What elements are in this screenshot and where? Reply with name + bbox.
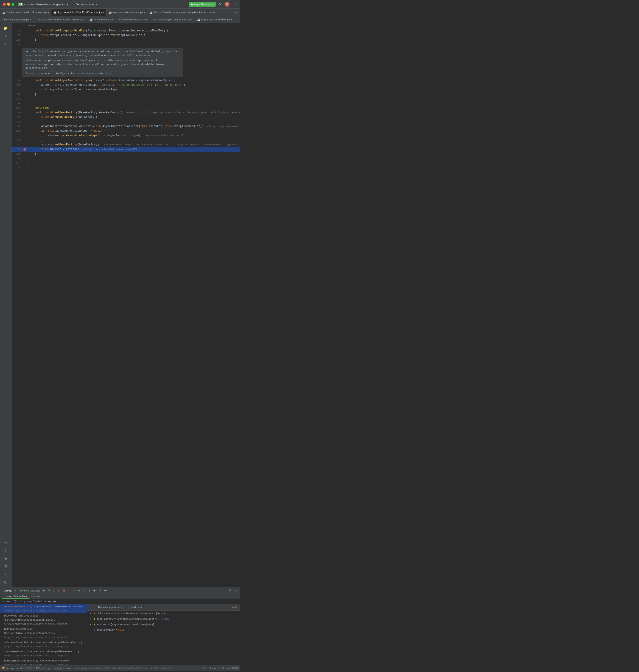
project-selector[interactable]: SA source-code-reading-spring-async ▾ bbox=[18, 3, 68, 6]
run-config-tab[interactable]: ▶ AsyncTest.start bbox=[19, 589, 41, 592]
sidebar-settings-icon[interactable]: ⚙ bbox=[2, 540, 9, 546]
subtab-abstract-advising[interactable]: A AbstractAdvisingBeanPostProcessor.java bbox=[33, 16, 87, 23]
tab-async-annotation[interactable]: ☕ AsyncAnnotationBeanPostProcessor.java bbox=[51, 9, 106, 16]
btn-settings-right[interactable]: ⚙ bbox=[228, 588, 233, 593]
line-content-141: this.asyncAnnotationType = asyncAnnotati… bbox=[27, 87, 240, 92]
debug-tab-label[interactable]: Debug bbox=[2, 589, 13, 593]
sidebar-info-icon[interactable]: ℹ bbox=[2, 571, 9, 577]
var-item-advisor[interactable]: ▶ ⊞ advisor = {AsyncAnnotationAdvisor@44… bbox=[87, 622, 240, 627]
var-item-beanfactory[interactable]: ▶ ⊞ beanFactory = {DefaultListableBeanFa… bbox=[87, 616, 240, 622]
tab-async-annotation-label: AsyncAnnotationBeanPostProcessor.java bbox=[57, 11, 104, 14]
sidebar-tool-icon[interactable]: T bbox=[2, 547, 9, 554]
subtab-async-service[interactable]: ☕ AsyncService.java bbox=[87, 16, 117, 23]
sidebar-debug-icon[interactable]: ⏺ bbox=[2, 555, 9, 562]
btn-frames-down[interactable]: ⬇ bbox=[82, 588, 86, 593]
subtab-bean-factory-aware[interactable]: ℹ BeanFactoryAware.java bbox=[0, 16, 33, 23]
breakpoint-154 bbox=[24, 148, 26, 151]
tab-threads-vars[interactable]: Threads & Variables bbox=[2, 594, 29, 599]
var-item-this-advisor[interactable]: ▶ ○ this.advisor = null bbox=[87, 627, 240, 633]
line-content-126: public void setExceptionHandler(AsyncUnc… bbox=[27, 29, 240, 33]
var-eq-advisor: = bbox=[108, 622, 110, 627]
sidebar-files-icon[interactable]: 📁 bbox=[2, 25, 9, 32]
stack-frame-1[interactable]: invokeAwareMethods:1818, AbstractAutowir… bbox=[0, 613, 87, 627]
btn-restore[interactable]: ⤢ bbox=[233, 588, 238, 593]
var-val-this-advisor: null bbox=[118, 628, 124, 632]
status-org: org bbox=[47, 667, 50, 670]
frame-method-2: initializeBean:1783, AbstractAutowireCap… bbox=[4, 628, 55, 635]
check-icon: ✓ bbox=[3, 600, 4, 603]
btn-run-cursor[interactable]: → bbox=[72, 588, 76, 593]
btn-force-step-into[interactable]: ⇓ bbox=[56, 588, 61, 593]
line-gutter-140 bbox=[22, 83, 27, 87]
fullscreen-button[interactable] bbox=[12, 3, 14, 6]
frame-pkg-1: (org.springframework.beans.factory.suppo… bbox=[4, 623, 69, 625]
code-line-141: 141 this.asyncAnnotationType = asyncAnno… bbox=[12, 87, 240, 92]
line-content-146: public void setBeanFactory(BeanFactory b… bbox=[27, 110, 240, 115]
version-control-selector[interactable]: Version control ▾ bbox=[76, 3, 97, 6]
debug-body: setBeanFactory:154, AsyncAnnotationBeanP… bbox=[0, 604, 240, 665]
subtab-aop-infra[interactable]: ☕ AopInfrastructureBean.java bbox=[195, 16, 234, 23]
close-button[interactable] bbox=[3, 3, 6, 6]
traffic-lights bbox=[3, 3, 14, 6]
run-button[interactable]: ▶ AsyncTest.start ▾ bbox=[189, 2, 216, 7]
debug-close[interactable]: × bbox=[15, 589, 16, 592]
btn-evaluate[interactable]: ≡ bbox=[77, 588, 81, 593]
eval-add-btn[interactable]: + bbox=[232, 606, 234, 609]
tab-abstract-factory[interactable]: ☕ AbstractBeanFactoryAwareAdvisingPostPr… bbox=[147, 9, 218, 16]
filter-icon: ⊿ bbox=[89, 606, 91, 609]
btn-step-out[interactable]: ↑ bbox=[67, 588, 71, 593]
line-gutter-150 bbox=[22, 129, 27, 133]
run-config-label: AsyncTest.start bbox=[194, 3, 211, 6]
project-badge: SA bbox=[18, 3, 23, 6]
sidebar-structure-icon[interactable]: ≡ bbox=[2, 33, 9, 39]
var-link-beanfactory[interactable]: View bbox=[163, 617, 169, 621]
stack-frame-2[interactable]: initializeBean:1783, AbstractAutowireCap… bbox=[0, 627, 87, 640]
version-control-dropdown-icon: ▾ bbox=[95, 3, 97, 6]
line-content-142: } bbox=[27, 92, 240, 97]
btn-stop[interactable]: ⏹ bbox=[62, 588, 66, 593]
stack-frame-3[interactable]: doCreateBean:595, AbstractAutowireCapabl… bbox=[0, 640, 87, 649]
sidebar-layers-icon[interactable]: ◫ bbox=[2, 578, 9, 585]
line-content-140: Assert.notNull(asyncAnnotationType, mess… bbox=[27, 83, 240, 87]
tab-config[interactable]: ☕ ConfigurationClassPostProcessor.java bbox=[0, 9, 51, 16]
line-gutter-148 bbox=[22, 119, 27, 124]
line-num-152: 152 bbox=[12, 138, 22, 142]
subtab-abstract-async-config[interactable]: A AbstractAsyncConfiguration.java bbox=[151, 16, 194, 23]
btn-step-into[interactable]: ↓ bbox=[52, 588, 56, 593]
code-editor[interactable]: Since: 4.1 126 public void setExceptionH… bbox=[12, 23, 240, 587]
subtab-abstract-advising-label: AbstractAdvisingBeanPostProcessor.java bbox=[38, 18, 85, 21]
run-icon: ▶ bbox=[20, 589, 22, 592]
tab-async-advisor[interactable]: ☕ AsyncAnnotationAdvisor.java bbox=[107, 9, 147, 16]
var-item-this[interactable]: ▶ ⊞ this = {AsyncAnnotationBeanPostProce… bbox=[87, 611, 240, 616]
thread-status: ✓ "main"@1 in group "main": RUNNING bbox=[0, 599, 240, 604]
sidebar-nav-icon[interactable]: ↕ bbox=[2, 41, 9, 47]
stack-frame-4[interactable]: createBean:517, AbstractAutowireCapableB… bbox=[0, 649, 87, 658]
btn-more-debug[interactable]: ⋯ bbox=[103, 588, 108, 593]
version-control-label: Version control bbox=[76, 3, 94, 6]
debug-button[interactable]: ⏸ bbox=[224, 2, 230, 7]
build-button[interactable]: ⚒ bbox=[218, 2, 223, 7]
btn-step-over[interactable]: ↷ bbox=[47, 588, 51, 593]
btn-settings[interactable]: ⚙ bbox=[97, 588, 102, 593]
status-path: 📦 spring-context-5.2.4.RELEASE.jar › org… bbox=[2, 667, 171, 670]
subtab-bean-post-processor[interactable]: ℹ BeanPostProcessor.java bbox=[117, 16, 151, 23]
tabs-more[interactable]: ⋯ bbox=[233, 11, 240, 14]
tab-console[interactable]: Console bbox=[29, 594, 43, 599]
stack-frame-0[interactable]: setBeanFactory:154, AsyncAnnotationBeanP… bbox=[0, 604, 87, 613]
eval-settings-btn[interactable]: ⚙ bbox=[235, 606, 238, 609]
code-line-144: 144 bbox=[12, 101, 240, 106]
btn-watch[interactable]: ⊕ bbox=[92, 588, 97, 593]
status-class: AsyncAnnotationBeanPostProcessor bbox=[107, 667, 148, 670]
btn-resume[interactable]: ▶ bbox=[42, 588, 46, 593]
btn-frames-up[interactable]: ⬆ bbox=[87, 588, 91, 593]
eval-label: Evaluate expression (⌥⌥) or add a w... bbox=[98, 606, 144, 609]
sep5: › bbox=[102, 667, 103, 670]
minimize-button[interactable] bbox=[7, 3, 10, 6]
sidebar-stack-icon[interactable]: ⊞ bbox=[2, 563, 9, 570]
code-line-157: 157 } bbox=[12, 161, 240, 165]
stack-frame-5[interactable]: lambda$doGetBean$0:323, AbstractBeanFact… bbox=[0, 658, 87, 665]
subtab-bean-factory-aware-label: BeanFactoryAware.java bbox=[4, 18, 31, 21]
more-button[interactable]: ⋯ bbox=[231, 2, 237, 7]
frame-pkg-2: (org.springframework.beans.factory.suppo… bbox=[4, 636, 69, 639]
code-line-140: 140 Assert.notNull(asyncAnnotationType, … bbox=[12, 83, 240, 87]
